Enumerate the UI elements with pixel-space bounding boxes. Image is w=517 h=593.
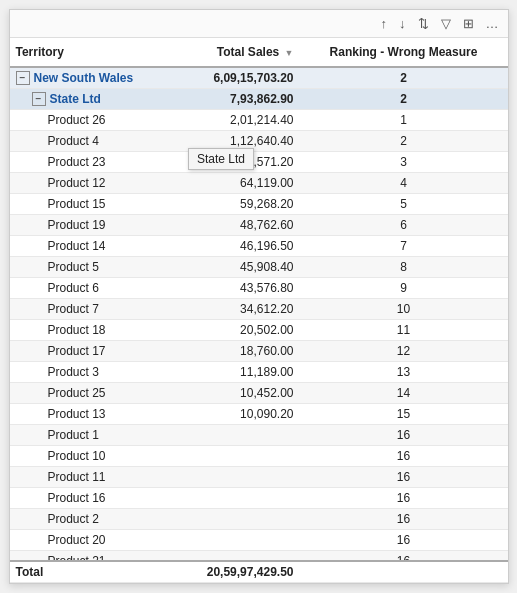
expand-collapse-icon[interactable]: − bbox=[16, 71, 30, 85]
row-name: Product 10 bbox=[48, 449, 106, 463]
table-header: Territory Total Sales ▼ Ranking - Wrong … bbox=[10, 38, 508, 68]
row-name: Product 5 bbox=[48, 260, 99, 274]
table-row: Product 1310,090.2015 bbox=[10, 404, 508, 425]
sort-desc-icon[interactable]: ↓ bbox=[396, 14, 409, 33]
row-sales: 34,612.20 bbox=[170, 299, 300, 319]
row-name: Product 3 bbox=[48, 365, 99, 379]
row-ranking: 15 bbox=[300, 404, 508, 424]
row-name: New South Wales bbox=[34, 71, 134, 85]
expand-icon[interactable]: ⊞ bbox=[460, 14, 477, 33]
table-row: Product 1559,268.205 bbox=[10, 194, 508, 215]
row-sales bbox=[170, 488, 300, 508]
row-sales: 43,576.80 bbox=[170, 278, 300, 298]
row-sales bbox=[170, 530, 300, 550]
row-name: Product 4 bbox=[48, 134, 99, 148]
row-sales: 64,119.00 bbox=[170, 173, 300, 193]
row-sales: 46,196.50 bbox=[170, 236, 300, 256]
table-row: Product 311,189.0013 bbox=[10, 362, 508, 383]
row-sales: 2,01,214.40 bbox=[170, 110, 300, 130]
table-row: Product 1948,762.606 bbox=[10, 215, 508, 236]
row-ranking: 9 bbox=[300, 278, 508, 298]
row-name: Product 23 bbox=[48, 155, 106, 169]
table-row: Product 1718,760.0012 bbox=[10, 341, 508, 362]
row-name: Product 2 bbox=[48, 512, 99, 526]
table-row: Product 262,01,214.401 bbox=[10, 110, 508, 131]
row-ranking: 16 bbox=[300, 551, 508, 560]
row-sales bbox=[170, 446, 300, 466]
row-ranking: 3 bbox=[300, 152, 508, 172]
row-name: Product 19 bbox=[48, 218, 106, 232]
row-name: Product 14 bbox=[48, 239, 106, 253]
row-ranking: 4 bbox=[300, 173, 508, 193]
row-ranking: 16 bbox=[300, 425, 508, 445]
table-row: Product 1116 bbox=[10, 467, 508, 488]
total-label: Total bbox=[10, 562, 170, 582]
row-sales: 10,090.20 bbox=[170, 404, 300, 424]
row-sales: 20,502.00 bbox=[170, 320, 300, 340]
row-name: Product 1 bbox=[48, 428, 99, 442]
table-row: −State Ltd7,93,862.902 bbox=[10, 89, 508, 110]
row-name: Product 18 bbox=[48, 323, 106, 337]
col-ranking: Ranking - Wrong Measure bbox=[300, 41, 508, 63]
row-name: Product 20 bbox=[48, 533, 106, 547]
row-ranking: 5 bbox=[300, 194, 508, 214]
table-row: Product 116 bbox=[10, 425, 508, 446]
table-row: Product 2016 bbox=[10, 530, 508, 551]
row-ranking: 2 bbox=[300, 68, 508, 88]
row-sales: 1,12,640.40 bbox=[170, 131, 300, 151]
row-ranking: 8 bbox=[300, 257, 508, 277]
sort-indicator: ▼ bbox=[285, 48, 294, 58]
sort-asc-icon[interactable]: ↑ bbox=[378, 14, 391, 33]
row-ranking: 13 bbox=[300, 362, 508, 382]
table-row: Product 2366,571.203 bbox=[10, 152, 508, 173]
expand-collapse-icon[interactable]: − bbox=[32, 92, 46, 106]
table-row: Product 1616 bbox=[10, 488, 508, 509]
row-name: Product 6 bbox=[48, 281, 99, 295]
table-row: Product 545,908.408 bbox=[10, 257, 508, 278]
row-ranking: 16 bbox=[300, 446, 508, 466]
col-sales: Total Sales ▼ bbox=[170, 41, 300, 63]
row-sales: 11,189.00 bbox=[170, 362, 300, 382]
row-name: Product 17 bbox=[48, 344, 106, 358]
total-row: Total 20,59,97,429.50 bbox=[10, 560, 508, 583]
total-ranking bbox=[300, 562, 508, 582]
row-sales bbox=[170, 509, 300, 529]
row-sales: 7,93,862.90 bbox=[170, 89, 300, 109]
col-territory: Territory bbox=[10, 41, 170, 63]
table-wrapper: Territory Total Sales ▼ Ranking - Wrong … bbox=[10, 38, 508, 560]
row-ranking: 7 bbox=[300, 236, 508, 256]
row-sales bbox=[170, 467, 300, 487]
filter-icon[interactable]: ▽ bbox=[438, 14, 454, 33]
table-row: Product 41,12,640.402 bbox=[10, 131, 508, 152]
table-row: Product 216 bbox=[10, 509, 508, 530]
main-container: ↑ ↓ ⇅ ▽ ⊞ … Territory Total Sales ▼ Rank… bbox=[9, 9, 509, 584]
row-name: Product 15 bbox=[48, 197, 106, 211]
row-ranking: 2 bbox=[300, 89, 508, 109]
row-ranking: 16 bbox=[300, 530, 508, 550]
row-sales: 48,762.60 bbox=[170, 215, 300, 235]
row-name: Product 13 bbox=[48, 407, 106, 421]
row-ranking: 2 bbox=[300, 131, 508, 151]
total-sales: 20,59,97,429.50 bbox=[170, 562, 300, 582]
table-row: Product 734,612.2010 bbox=[10, 299, 508, 320]
row-ranking: 10 bbox=[300, 299, 508, 319]
toolbar: ↑ ↓ ⇅ ▽ ⊞ … bbox=[10, 10, 508, 38]
row-sales bbox=[170, 551, 300, 560]
row-sales: 66,571.20 bbox=[170, 152, 300, 172]
row-ranking: 12 bbox=[300, 341, 508, 361]
table-row: Product 643,576.809 bbox=[10, 278, 508, 299]
row-ranking: 11 bbox=[300, 320, 508, 340]
row-ranking: 14 bbox=[300, 383, 508, 403]
row-ranking: 16 bbox=[300, 509, 508, 529]
table-row: Product 1016 bbox=[10, 446, 508, 467]
row-sales: 6,09,15,703.20 bbox=[170, 68, 300, 88]
row-sales: 59,268.20 bbox=[170, 194, 300, 214]
row-sales: 18,760.00 bbox=[170, 341, 300, 361]
row-name: Product 16 bbox=[48, 491, 106, 505]
table-row: −New South Wales6,09,15,703.202 bbox=[10, 68, 508, 89]
row-ranking: 16 bbox=[300, 488, 508, 508]
table-body[interactable]: −New South Wales6,09,15,703.202−State Lt… bbox=[10, 68, 508, 560]
sort-both-icon[interactable]: ⇅ bbox=[415, 14, 432, 33]
more-icon[interactable]: … bbox=[483, 14, 502, 33]
row-sales bbox=[170, 425, 300, 445]
